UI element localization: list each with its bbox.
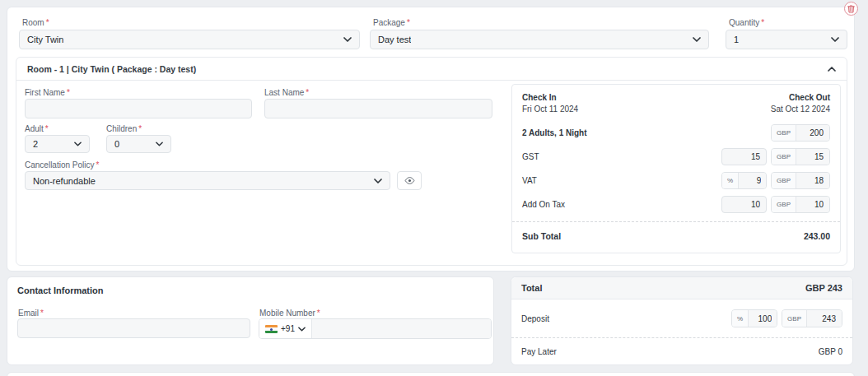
check-in-label: Check In xyxy=(522,93,578,102)
quantity-select[interactable]: 1 xyxy=(726,30,847,49)
required-marker: * xyxy=(317,309,320,318)
tax-row-addon: Add On Tax GBP xyxy=(522,196,830,213)
tax-amount-group: GBP xyxy=(771,148,830,165)
room-accordion-title: Room - 1 | City Twin ( Package : Day tes… xyxy=(27,64,196,74)
chevron-down-icon xyxy=(156,142,163,146)
tax-label: GST xyxy=(522,152,539,161)
stay-dates: Check In Fri Oct 11 2024 Check Out Sat O… xyxy=(522,93,830,114)
required-marker: * xyxy=(407,18,410,27)
package-select-value: Day test xyxy=(378,35,411,44)
total-header: Total GBP 243 xyxy=(511,277,852,299)
adult-select[interactable]: 2 xyxy=(25,135,90,153)
pay-later-label: Pay Later xyxy=(521,347,557,356)
tax-amount-group: GBP xyxy=(771,172,830,189)
deposit-row: Deposit % GBP xyxy=(511,299,852,337)
tax-rate-input[interactable] xyxy=(721,148,767,165)
room-label: Room* xyxy=(22,18,49,27)
last-name-label: Last Name* xyxy=(264,88,309,97)
currency-addon: GBP xyxy=(772,149,796,165)
deposit-rate-input[interactable] xyxy=(749,310,777,327)
tax-row-vat: VAT % GBP xyxy=(522,172,830,189)
sub-total-row: Sub Total 243.00 xyxy=(522,222,830,241)
required-marker: * xyxy=(46,18,49,27)
chevron-up-icon[interactable] xyxy=(828,67,836,72)
deposit-amount-input[interactable] xyxy=(807,310,842,327)
currency-addon: GBP xyxy=(782,310,807,327)
package-select[interactable]: Day test xyxy=(370,30,709,49)
room-accordion-header[interactable]: Room - 1 | City Twin ( Package : Day tes… xyxy=(16,58,847,81)
tax-rate-input[interactable] xyxy=(721,196,767,213)
deposit-label: Deposit xyxy=(521,314,549,323)
booking-card: Room* City Twin Package* Day test Quanti… xyxy=(7,7,855,272)
percent-addon: % xyxy=(722,173,739,188)
quantity-label: Quantity* xyxy=(729,18,764,27)
last-name-input[interactable] xyxy=(264,99,492,118)
adult-label: Adult* xyxy=(25,124,49,133)
children-select-value: 0 xyxy=(114,139,119,149)
delete-room-button[interactable] xyxy=(844,2,858,16)
india-flag-icon xyxy=(265,325,278,333)
currency-addon: GBP xyxy=(772,197,796,212)
required-marker: * xyxy=(40,309,44,318)
tax-row-gst: GST GBP xyxy=(522,148,830,165)
package-label: Package* xyxy=(373,18,410,27)
pay-later-value: GBP 0 xyxy=(819,347,842,356)
contact-card: Contact Information Email* Mobile Number… xyxy=(7,276,494,365)
tax-amount-input[interactable] xyxy=(796,149,829,165)
room-accordion: Room - 1 | City Twin ( Package : Day tes… xyxy=(16,57,847,266)
sub-total-value: 243.00 xyxy=(804,231,830,241)
tax-rate-group: % xyxy=(721,172,767,189)
occupancy-text: 2 Adults, 1 Night xyxy=(522,128,587,137)
check-out-date: Sat Oct 12 2024 xyxy=(771,104,830,114)
first-name-input[interactable] xyxy=(25,99,252,118)
next-section-card xyxy=(7,372,855,376)
chevron-down-icon xyxy=(831,37,839,42)
email-input[interactable] xyxy=(17,318,250,338)
cancellation-policy-value: Non-refundable xyxy=(33,176,96,186)
tax-label: VAT xyxy=(522,176,537,185)
required-marker: * xyxy=(45,124,49,133)
quantity-select-value: 1 xyxy=(734,35,739,44)
children-select[interactable]: 0 xyxy=(106,135,171,153)
required-marker: * xyxy=(761,18,764,27)
check-out-label: Check Out xyxy=(771,93,830,102)
deposit-amount-group: GBP xyxy=(782,309,842,327)
price-summary-panel: Check In Fri Oct 11 2024 Check Out Sat O… xyxy=(511,84,841,253)
room-select-value: City Twin xyxy=(27,35,63,44)
email-label: Email* xyxy=(18,309,44,318)
country-code-select[interactable]: +91 xyxy=(259,319,312,338)
children-label: Children* xyxy=(106,124,142,133)
required-marker: * xyxy=(96,160,100,169)
tax-amount-group: GBP xyxy=(771,196,830,213)
chevron-down-icon xyxy=(693,37,701,42)
contact-title: Contact Information xyxy=(17,285,104,295)
eye-icon xyxy=(404,177,415,184)
chevron-down-icon xyxy=(298,327,306,332)
base-amount-input[interactable] xyxy=(796,125,829,141)
base-rate-row: 2 Adults, 1 Night GBP xyxy=(522,124,830,142)
total-value: GBP 243 xyxy=(805,283,842,293)
sub-total-label: Sub Total xyxy=(522,231,561,241)
mobile-number-group: +91 xyxy=(259,318,492,339)
cancellation-policy-select[interactable]: Non-refundable xyxy=(25,171,390,190)
chevron-down-icon xyxy=(74,142,82,146)
currency-addon: GBP xyxy=(772,173,796,188)
view-policy-button[interactable] xyxy=(397,171,422,190)
tax-amount-input[interactable] xyxy=(796,197,829,212)
tax-amount-input[interactable] xyxy=(796,173,829,188)
first-name-label: First Name* xyxy=(25,88,70,97)
chevron-down-icon xyxy=(374,179,382,183)
mobile-number-label: Mobile Number* xyxy=(259,309,320,318)
room-select[interactable]: City Twin xyxy=(19,30,360,49)
total-label: Total xyxy=(521,283,542,293)
trash-icon xyxy=(847,5,855,13)
room-accordion-body: First Name* Last Name* Adult* 2 Children… xyxy=(16,81,847,266)
deposit-rate-group: % xyxy=(731,309,777,327)
chevron-down-icon xyxy=(343,37,352,42)
mobile-number-input[interactable] xyxy=(312,319,491,338)
currency-addon: GBP xyxy=(772,125,796,141)
percent-addon: % xyxy=(732,310,749,327)
dial-code: +91 xyxy=(281,324,295,333)
required-marker: * xyxy=(67,88,70,97)
tax-rate-input[interactable] xyxy=(739,173,767,188)
